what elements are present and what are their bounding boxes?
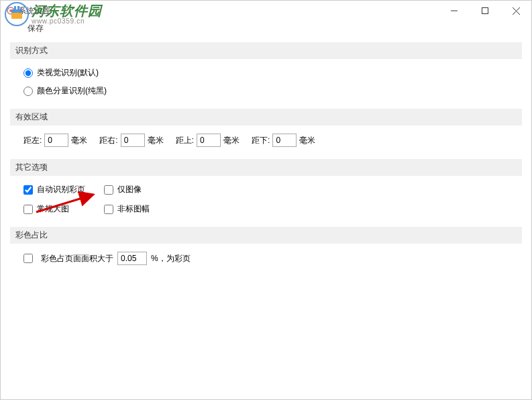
close-button[interactable] xyxy=(500,1,531,21)
section-other: 其它选项 自动识别彩页 仅图像 常规大图 非标图幅 xyxy=(10,159,522,221)
toolbar: 保存 xyxy=(1,21,531,36)
ratio-label-pre[interactable]: 彩色占页面面积大于 xyxy=(41,253,113,264)
radio-visual-recognition[interactable] xyxy=(23,68,33,78)
checkbox-image-only[interactable] xyxy=(104,185,113,195)
ratio-label-post: %，为彩页 xyxy=(151,253,191,264)
radio-color-component[interactable] xyxy=(23,87,33,96)
window-controls xyxy=(439,1,531,21)
maximize-button[interactable] xyxy=(470,1,500,21)
margin-right-label: 距右: xyxy=(99,135,117,146)
radio-visual-label[interactable]: 类视觉识别(默认) xyxy=(37,67,99,79)
save-button[interactable]: 保存 xyxy=(28,23,44,34)
margin-left-label: 距左: xyxy=(23,135,42,146)
checkbox-non-standard[interactable] xyxy=(104,205,113,214)
checkbox-auto-color-page-label[interactable]: 自动识别彩页 xyxy=(37,184,85,195)
svg-rect-3 xyxy=(482,8,488,14)
margin-right-input[interactable] xyxy=(121,134,145,147)
minimize-button[interactable] xyxy=(439,1,470,21)
radio-color-component-label[interactable]: 颜色分量识别(纯黑) xyxy=(37,85,107,97)
margin-top-unit: 毫米 xyxy=(223,135,240,146)
margin-top-input[interactable] xyxy=(197,134,221,147)
section-ratio-title: 彩色占比 xyxy=(10,227,522,244)
margin-bottom-label: 距下: xyxy=(252,135,270,146)
margin-bottom-unit: 毫米 xyxy=(299,135,315,146)
margin-left-input[interactable] xyxy=(44,134,68,147)
ratio-input[interactable] xyxy=(117,252,147,265)
checkbox-normal-big[interactable] xyxy=(23,205,33,214)
section-area-title: 有效区域 xyxy=(10,109,522,126)
margin-bottom-input[interactable] xyxy=(272,134,297,147)
checkbox-image-only-label[interactable]: 仅图像 xyxy=(117,184,142,195)
svg-point-1 xyxy=(9,9,12,12)
checkbox-color-ratio[interactable] xyxy=(23,254,33,263)
margin-left-unit: 毫米 xyxy=(71,135,87,146)
app-icon xyxy=(6,6,15,15)
window-title: 系统设置 xyxy=(18,5,50,17)
margin-right-unit: 毫米 xyxy=(148,135,164,146)
content-area: 识别方式 类视觉识别(默认) 颜色分量识别(纯黑) 有效区域 距左: 毫米 xyxy=(1,36,531,284)
margin-top-label: 距上: xyxy=(176,135,194,146)
section-other-title: 其它选项 xyxy=(10,159,522,176)
section-recognition-title: 识别方式 xyxy=(10,42,522,59)
checkbox-non-standard-label[interactable]: 非标图幅 xyxy=(117,203,150,215)
section-recognition: 识别方式 类视觉识别(默认) 颜色分量识别(纯黑) xyxy=(10,42,522,103)
checkbox-normal-big-label[interactable]: 常规大图 xyxy=(37,203,69,215)
section-area: 有效区域 距左: 毫米 距右: 毫米 距上: 毫米 xyxy=(10,109,522,154)
section-ratio: 彩色占比 彩色占页面面积大于 %，为彩页 xyxy=(10,227,522,272)
checkbox-auto-color-page[interactable] xyxy=(23,185,33,195)
titlebar: 系统设置 xyxy=(1,1,531,21)
